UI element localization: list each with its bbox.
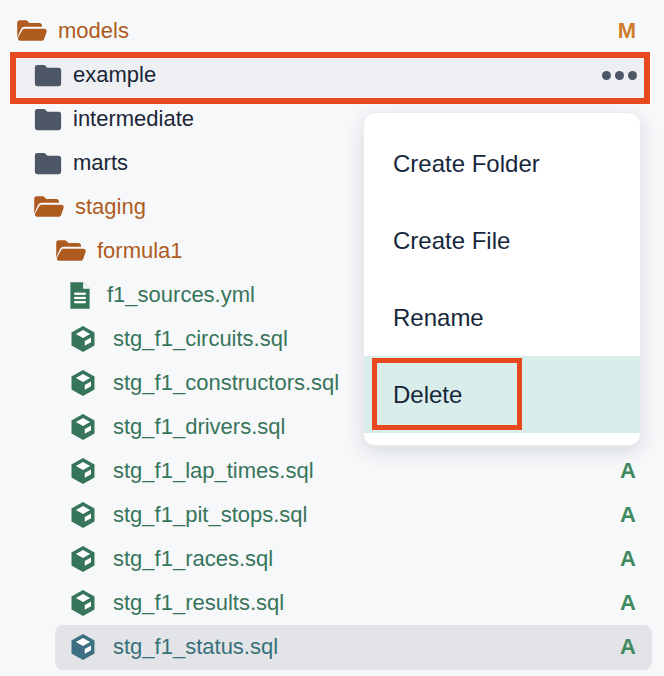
- model-cube-icon: [68, 324, 98, 354]
- model-cube-icon: [68, 368, 98, 398]
- status-badge: M: [618, 18, 636, 44]
- status-badge: A: [620, 634, 636, 660]
- tree-row-stg-f1-races-sql[interactable]: stg_f1_races.sqlA: [0, 537, 664, 581]
- folder-icon: [33, 107, 63, 132]
- tree-item-label: staging: [75, 194, 146, 220]
- menu-item-create-folder[interactable]: Create Folder: [364, 125, 640, 202]
- menu-item-rename[interactable]: Rename: [364, 279, 640, 356]
- tree-item-label: intermediate: [73, 106, 194, 132]
- menu-item-delete[interactable]: Delete: [364, 356, 640, 433]
- model-cube-icon: [68, 500, 98, 530]
- tree-item-label: stg_f1_constructors.sql: [113, 370, 339, 396]
- model-cube-icon: [68, 456, 98, 486]
- tree-item-label: stg_f1_lap_times.sql: [113, 458, 314, 484]
- tree-item-label: stg_f1_results.sql: [113, 590, 284, 616]
- model-cube-icon: [68, 588, 98, 618]
- context-menu: Create FolderCreate FileRenameDelete: [363, 112, 641, 446]
- tree-item-label: marts: [73, 150, 128, 176]
- tree-item-label: stg_f1_circuits.sql: [113, 326, 288, 352]
- tree-row-stg-f1-status-sql[interactable]: stg_f1_status.sqlA: [0, 625, 664, 669]
- tree-item-label: models: [58, 18, 129, 44]
- tree-row-stg-f1-lap-times-sql[interactable]: stg_f1_lap_times.sqlA: [0, 449, 664, 493]
- model-cube-icon: [68, 544, 98, 574]
- tree-item-label: formula1: [97, 238, 183, 264]
- tree-item-label: stg_f1_pit_stops.sql: [113, 502, 307, 528]
- folder-icon: [33, 63, 63, 88]
- tree-item-label: example: [73, 62, 156, 88]
- status-badge: A: [620, 502, 636, 528]
- tree-item-label: stg_f1_status.sql: [113, 634, 278, 660]
- tree-item-label: f1_sources.yml: [107, 282, 255, 308]
- folder-open-icon: [16, 18, 48, 44]
- tree-item-label: stg_f1_drivers.sql: [113, 414, 285, 440]
- status-badge: A: [620, 458, 636, 484]
- yml-file-icon: [68, 281, 92, 310]
- status-badge: A: [620, 546, 636, 572]
- tree-row-stg-f1-pit-stops-sql[interactable]: stg_f1_pit_stops.sqlA: [0, 493, 664, 537]
- status-badge: A: [620, 590, 636, 616]
- tree-row-stg-f1-results-sql[interactable]: stg_f1_results.sqlA: [0, 581, 664, 625]
- tree-row-example[interactable]: example: [0, 53, 664, 97]
- folder-open-icon: [33, 194, 65, 220]
- row-actions-ellipsis-icon[interactable]: [602, 71, 637, 80]
- tree-row-models[interactable]: modelsM: [0, 9, 664, 53]
- menu-item-create-file[interactable]: Create File: [364, 202, 640, 279]
- folder-icon: [33, 151, 63, 176]
- model-cube-icon: [68, 632, 98, 662]
- tree-item-label: stg_f1_races.sql: [113, 546, 273, 572]
- folder-open-icon: [55, 238, 87, 264]
- file-explorer-panel: modelsMexampleintermediatemartsstagingfo…: [0, 0, 664, 676]
- model-cube-icon: [68, 412, 98, 442]
